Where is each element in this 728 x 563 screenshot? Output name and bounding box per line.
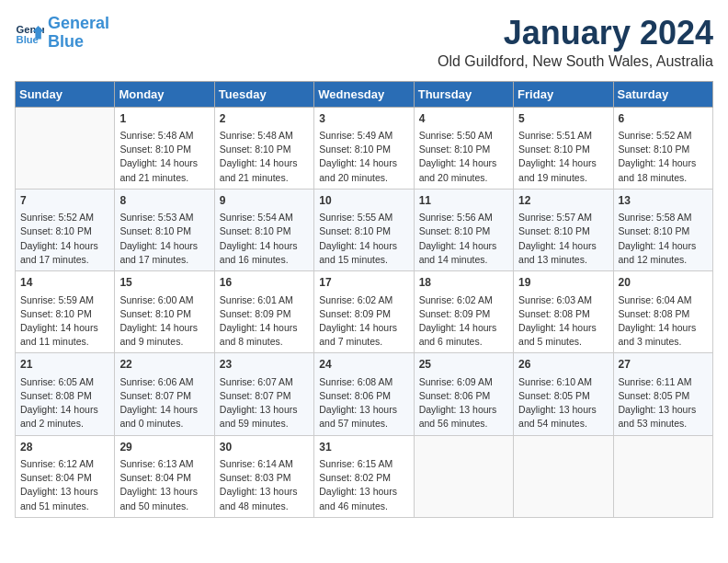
- cell-content-line: and 8 minutes.: [220, 335, 309, 349]
- cell-content-line: Sunrise: 5:57 AM: [518, 211, 608, 224]
- cell-content-line: Sunrise: 5:52 AM: [20, 211, 109, 224]
- cell-content-line: and 16 minutes.: [220, 253, 309, 267]
- cell-content-line: Sunset: 8:07 PM: [220, 389, 309, 403]
- calendar-cell: 20Sunrise: 6:04 AMSunset: 8:08 PMDayligh…: [613, 271, 712, 353]
- cell-content-line: Sunrise: 6:08 AM: [319, 375, 408, 389]
- calendar-cell: 24Sunrise: 6:08 AMSunset: 8:06 PMDayligh…: [314, 353, 414, 435]
- day-number: 10: [319, 193, 408, 209]
- cell-content-line: Sunrise: 6:06 AM: [119, 375, 209, 389]
- cell-content-line: and 59 minutes.: [220, 417, 309, 431]
- day-header-monday: Monday: [115, 81, 214, 107]
- cell-content-line: Sunset: 8:10 PM: [119, 307, 209, 321]
- cell-content-line: Daylight: 13 hours: [220, 485, 309, 499]
- day-header-sunday: Sunday: [16, 81, 115, 107]
- cell-content-line: and 48 minutes.: [220, 500, 309, 513]
- cell-content-line: Sunrise: 6:12 AM: [20, 457, 109, 471]
- day-header-tuesday: Tuesday: [214, 81, 313, 107]
- day-number: 19: [518, 275, 608, 291]
- day-number: 1: [119, 111, 209, 127]
- day-number: 21: [20, 357, 109, 373]
- calendar-cell: 8Sunrise: 5:53 AMSunset: 8:10 PMDaylight…: [115, 189, 214, 270]
- cell-content-line: Daylight: 14 hours: [20, 321, 109, 335]
- cell-content-line: Sunrise: 5:51 AM: [518, 129, 608, 143]
- cell-content-line: Daylight: 14 hours: [220, 156, 309, 170]
- cell-content-line: and 57 minutes.: [319, 417, 408, 431]
- cell-content-line: and 17 minutes.: [119, 253, 209, 267]
- cell-content-line: Daylight: 14 hours: [619, 156, 708, 170]
- cell-content-line: Sunset: 8:09 PM: [220, 307, 309, 321]
- cell-content-line: Sunrise: 5:53 AM: [119, 211, 209, 224]
- logo: General Blue GeneralBlue: [15, 15, 109, 52]
- day-number: 4: [419, 111, 508, 127]
- day-number: 14: [20, 275, 109, 291]
- cell-content-line: Sunrise: 6:10 AM: [518, 375, 608, 389]
- day-number: 28: [20, 440, 109, 455]
- cell-content-line: Sunrise: 5:50 AM: [419, 129, 508, 143]
- cell-content-line: Daylight: 14 hours: [119, 321, 209, 335]
- calendar-cell: 7Sunrise: 5:52 AMSunset: 8:10 PMDaylight…: [16, 189, 115, 270]
- calendar-cell: 22Sunrise: 6:06 AMSunset: 8:07 PMDayligh…: [115, 353, 214, 435]
- calendar-cell: 28Sunrise: 6:12 AMSunset: 8:04 PMDayligh…: [16, 435, 115, 517]
- day-number: 7: [20, 193, 109, 209]
- calendar-cell: 2Sunrise: 5:48 AMSunset: 8:10 PMDaylight…: [214, 107, 313, 189]
- day-number: 31: [319, 440, 408, 455]
- logo-icon: General Blue: [15, 18, 44, 48]
- svg-text:Blue: Blue: [17, 34, 39, 45]
- calendar-cell: 1Sunrise: 5:48 AMSunset: 8:10 PMDaylight…: [115, 107, 214, 189]
- calendar-week-1: 1Sunrise: 5:48 AMSunset: 8:10 PMDaylight…: [16, 107, 713, 189]
- cell-content-line: Sunrise: 6:07 AM: [220, 375, 309, 389]
- cell-content-line: Sunset: 8:10 PM: [220, 224, 309, 238]
- day-number: 2: [220, 111, 309, 127]
- calendar-week-3: 14Sunrise: 5:59 AMSunset: 8:10 PMDayligh…: [16, 271, 713, 353]
- calendar-cell: 12Sunrise: 5:57 AMSunset: 8:10 PMDayligh…: [514, 189, 613, 270]
- calendar-title: January 2024: [438, 15, 713, 52]
- cell-content-line: Daylight: 13 hours: [319, 485, 408, 499]
- day-number: 6: [619, 111, 708, 127]
- cell-content-line: and 21 minutes.: [119, 171, 209, 185]
- day-number: 9: [220, 193, 309, 209]
- day-number: 5: [518, 111, 608, 127]
- calendar-cell: 31Sunrise: 6:15 AMSunset: 8:02 PMDayligh…: [314, 435, 414, 517]
- cell-content-line: Daylight: 14 hours: [319, 239, 408, 253]
- cell-content-line: Daylight: 14 hours: [220, 239, 309, 253]
- day-number: 22: [119, 357, 209, 373]
- cell-content-line: and 19 minutes.: [518, 171, 608, 185]
- cell-content-line: Daylight: 14 hours: [220, 321, 309, 335]
- calendar-cell: 25Sunrise: 6:09 AMSunset: 8:06 PMDayligh…: [414, 353, 513, 435]
- cell-content-line: and 54 minutes.: [518, 417, 608, 431]
- cell-content-line: Daylight: 13 hours: [20, 485, 109, 499]
- cell-content-line: and 6 minutes.: [419, 335, 508, 349]
- cell-content-line: Sunrise: 6:02 AM: [419, 293, 508, 307]
- day-number: 3: [319, 111, 408, 127]
- cell-content-line: Sunrise: 5:48 AM: [119, 129, 209, 143]
- cell-content-line: and 17 minutes.: [20, 253, 109, 267]
- calendar-subtitle: Old Guildford, New South Wales, Australi…: [438, 53, 713, 70]
- cell-content-line: Sunset: 8:07 PM: [119, 389, 209, 403]
- day-header-thursday: Thursday: [414, 81, 513, 107]
- calendar-cell: 26Sunrise: 6:10 AMSunset: 8:05 PMDayligh…: [514, 353, 613, 435]
- cell-content-line: Sunrise: 6:03 AM: [518, 293, 608, 307]
- cell-content-line: and 50 minutes.: [119, 500, 209, 513]
- calendar-cell: 16Sunrise: 6:01 AMSunset: 8:09 PMDayligh…: [214, 271, 313, 353]
- cell-content-line: Sunset: 8:08 PM: [518, 307, 608, 321]
- cell-content-line: Sunrise: 6:02 AM: [319, 293, 408, 307]
- cell-content-line: Sunrise: 5:59 AM: [20, 293, 109, 307]
- calendar-cell: [16, 107, 115, 189]
- cell-content-line: and 2 minutes.: [20, 417, 109, 431]
- day-number: 18: [419, 275, 508, 291]
- calendar-cell: 6Sunrise: 5:52 AMSunset: 8:10 PMDaylight…: [613, 107, 712, 189]
- cell-content-line: Daylight: 14 hours: [20, 403, 109, 417]
- cell-content-line: Sunset: 8:02 PM: [319, 471, 408, 485]
- cell-content-line: Sunset: 8:10 PM: [319, 143, 408, 156]
- calendar-table: SundayMondayTuesdayWednesdayThursdayFrid…: [15, 81, 713, 518]
- cell-content-line: and 21 minutes.: [220, 171, 309, 185]
- cell-content-line: and 53 minutes.: [619, 417, 708, 431]
- cell-content-line: and 20 minutes.: [419, 171, 508, 185]
- cell-content-line: Daylight: 13 hours: [419, 403, 508, 417]
- cell-content-line: Sunrise: 5:52 AM: [619, 129, 708, 143]
- calendar-cell: 23Sunrise: 6:07 AMSunset: 8:07 PMDayligh…: [214, 353, 313, 435]
- cell-content-line: Daylight: 14 hours: [518, 239, 608, 253]
- cell-content-line: Daylight: 13 hours: [119, 485, 209, 499]
- calendar-cell: 18Sunrise: 6:02 AMSunset: 8:09 PMDayligh…: [414, 271, 513, 353]
- cell-content-line: Sunset: 8:10 PM: [20, 224, 109, 238]
